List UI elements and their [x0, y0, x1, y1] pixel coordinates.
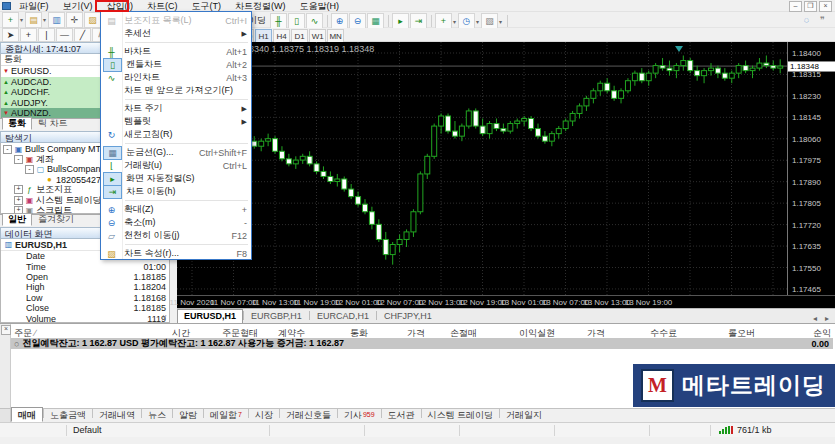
vline-button[interactable]: | — [38, 28, 55, 42]
menu-item[interactable]: ⊕확대(Z)+ — [101, 203, 251, 216]
candle-chart-button[interactable]: ▯ — [288, 13, 305, 29]
search-button[interactable]: ◌ — [799, 13, 814, 27]
terminal-tab[interactable]: 기사959 — [338, 408, 381, 421]
menu-shortcut: Ctrl+Shift+F — [199, 148, 247, 158]
scroll-down-icon[interactable]: ∨ — [162, 313, 167, 321]
menu-item[interactable]: ▨차트 속성(r)...F8 — [101, 247, 251, 260]
menu-item[interactable]: 차트 주기▶ — [101, 102, 251, 115]
price-axis[interactable]: 1.184001.183151.182301.181451.180601.179… — [787, 42, 835, 295]
expand-icon[interactable]: + — [14, 185, 23, 194]
menu-item[interactable]: ▱천천히 이동(j)F12 — [101, 229, 251, 242]
tab-bar-handle[interactable] — [0, 409, 11, 422]
navigator-button[interactable]: ▨ — [84, 12, 101, 28]
terminal-tab[interactable]: 메일함7 — [204, 408, 248, 421]
dropdown-arrow-icon[interactable]: ▾ — [20, 16, 23, 23]
menu-item[interactable]: 추세선▶ — [101, 27, 251, 40]
status-profile[interactable]: Default — [67, 425, 269, 435]
tab-scroll-left-icon[interactable]: ◂ — [813, 314, 817, 323]
timeframe-d1[interactable]: D1 — [291, 29, 308, 43]
minimize-icon[interactable]: – — [789, 1, 802, 12]
menu-item[interactable]: ⊖축소(m)- — [101, 216, 251, 229]
chart-tab[interactable]: EURCAD,H1 — [310, 309, 376, 323]
menu-item[interactable]: ╫바차트Alt+1 — [101, 45, 251, 58]
chart-tab[interactable]: EURUSD,H1 — [177, 309, 243, 323]
collapse-icon[interactable]: - — [25, 165, 34, 174]
menubar-item[interactable]: 파일(F) — [12, 0, 56, 12]
new-chart-button[interactable]: + — [2, 12, 19, 28]
cursor-button[interactable]: ➤ — [2, 28, 19, 42]
trendline-button[interactable]: ╱ — [74, 28, 91, 42]
menu-item[interactable]: 템플릿▶ — [101, 115, 251, 128]
close-icon[interactable]: × — [819, 1, 832, 12]
menubar-item[interactable]: 도움말(H) — [293, 0, 347, 12]
terminal-tab[interactable]: 뉴스 — [142, 408, 172, 421]
collapse-icon[interactable]: - — [14, 155, 23, 164]
navigator-tab[interactable]: 즐겨찾기 — [32, 213, 80, 226]
bar-chart-icon: ╫ — [275, 16, 281, 26]
templates-button[interactable]: ▧ — [481, 13, 498, 29]
profiles-button[interactable]: ▤ — [25, 12, 42, 28]
market-watch-button[interactable]: ▥ — [48, 12, 65, 28]
timeframe-w1[interactable]: W1 — [309, 29, 326, 43]
close-terminal-icon[interactable]: × — [1, 325, 11, 335]
market-watch-tab[interactable]: 통화 — [2, 117, 32, 130]
chart-tab[interactable]: EURGBP,H1 — [244, 309, 309, 323]
tile-windows-button[interactable]: ▦ — [367, 13, 384, 29]
hline-button[interactable]: — — [56, 28, 73, 42]
zoom-out-button[interactable]: ⊖ — [349, 13, 366, 29]
navigator-tab[interactable]: 일반 — [2, 213, 32, 226]
time-axis[interactable]: 11 Nov 202011 Nov 07:0011 Nov 13:0011 No… — [177, 295, 835, 309]
menu-item[interactable]: ▯캔들차트Alt+2 — [101, 58, 251, 71]
menu-item[interactable]: ↻새로고침(R) — [101, 128, 251, 141]
menubar-item[interactable]: 차트정렬(W) — [228, 0, 293, 12]
community-button[interactable]: ❞ — [815, 13, 830, 27]
terminal-tab[interactable]: 거래신호들 — [280, 408, 337, 421]
dropdown-arrow-icon[interactable]: ▾ — [499, 18, 502, 25]
data-window-button[interactable]: ✛ — [66, 12, 83, 28]
indicators-button[interactable]: + — [435, 13, 452, 29]
menu-item[interactable]: ▦눈금선(G)...Ctrl+Shift+F — [101, 146, 251, 159]
menubar-item[interactable]: 차트(C) — [140, 0, 185, 12]
bar-chart-button[interactable]: ╫ — [270, 13, 287, 29]
terminal-tab[interactable]: 거래내역 — [93, 408, 141, 421]
menu-item[interactable]: ▤보조지표 목록(L)Ctrl+I — [101, 14, 251, 27]
candle — [695, 71, 700, 76]
menu-items: 파일(F)보기(V)삽입(I)차트(C)도구(T)차트정렬(W)도움말(H) — [12, 0, 346, 12]
collapse-icon[interactable]: - — [3, 145, 12, 154]
menu-item[interactable]: ∿라인차트Alt+3 — [101, 71, 251, 84]
dropdown-arrow-icon[interactable]: ▾ — [453, 18, 456, 25]
dropdown-arrow-icon[interactable]: ▾ — [43, 16, 46, 23]
timeframe-h1[interactable]: H1 — [255, 29, 272, 43]
restore-icon[interactable]: ❐ — [804, 1, 817, 12]
chart-shift-button[interactable]: ⇥ — [410, 13, 427, 29]
menubar-item[interactable]: 도구(T) — [185, 0, 229, 12]
dropdown-arrow-icon[interactable]: ▾ — [476, 18, 479, 25]
menu-item[interactable]: ⌊거래량(u)Ctrl+L — [101, 159, 251, 172]
menubar-item[interactable]: 보기(V) — [56, 0, 100, 12]
terminal-tab[interactable]: 노출금액 — [44, 408, 92, 421]
line-chart-button[interactable]: ∿ — [306, 13, 323, 29]
terminal-tab[interactable]: 시스템 트레이딩 — [422, 408, 500, 421]
terminal-tab[interactable]: 도서관 — [382, 408, 421, 421]
balance-row[interactable]: ○ 전일예탁잔고: 1 162.87 USD 평가예탁잔고: 1 162.87 … — [11, 338, 833, 349]
field-label: Time — [4, 262, 143, 272]
menu-shortcut: Alt+1 — [226, 47, 247, 57]
zoom-in-button[interactable]: ⊕ — [331, 13, 348, 29]
crosshair-button[interactable]: + — [20, 28, 37, 42]
menu-item[interactable]: ▸화면 자동정렬(S) — [101, 172, 251, 185]
terminal-tab[interactable]: 거래일지 — [500, 408, 548, 421]
menu-item[interactable]: ⇥차트 이동(h) — [101, 185, 251, 198]
terminal-tab[interactable]: 알람 — [173, 408, 203, 421]
menu-item[interactable]: 차트 맨 앞으로 가져오기(F) — [101, 84, 251, 97]
chart-area[interactable]: 1.184001.183151.182301.181451.180601.179… — [177, 42, 835, 308]
timeframe-mn[interactable]: MN — [327, 29, 344, 43]
terminal-tab[interactable]: 매매 — [11, 407, 43, 422]
periods-button[interactable]: ◷ — [458, 13, 475, 29]
terminal-tab[interactable]: 시장 — [249, 408, 279, 421]
tab-scroll-right-icon[interactable]: ▸ — [825, 314, 829, 323]
timeframe-h4[interactable]: H4 — [273, 29, 290, 43]
auto-scroll-button[interactable]: ▸ — [392, 13, 409, 29]
expand-icon[interactable]: + — [14, 196, 23, 205]
chart-tab[interactable]: CHFJPY,H1 — [377, 309, 439, 323]
market-watch-tab[interactable]: 틱 차트 — [32, 117, 74, 130]
